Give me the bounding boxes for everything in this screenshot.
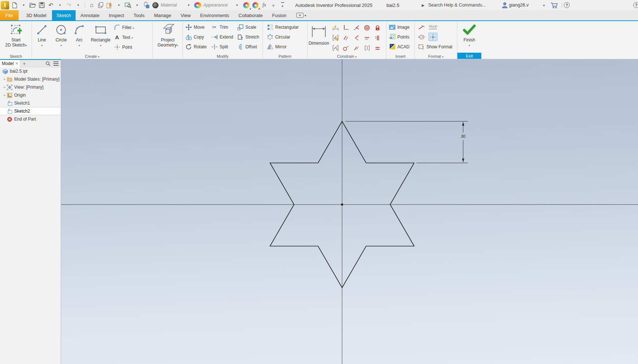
- parallel-constraint-icon[interactable]: [341, 33, 351, 43]
- rectangle-caret[interactable]: [100, 43, 101, 48]
- material-combo-caret[interactable]: [185, 1, 192, 9]
- adjust-appearance-icon[interactable]: +: [242, 1, 250, 9]
- tab-inspect[interactable]: Inspect: [104, 10, 129, 20]
- collinear-constraint-icon[interactable]: [351, 43, 362, 53]
- user-name[interactable]: giang26.v: [509, 0, 529, 10]
- center-point-icon[interactable]: [429, 33, 437, 41]
- insert-image-button[interactable]: Image: [389, 22, 414, 32]
- tab-manage[interactable]: Manage: [149, 10, 176, 20]
- clock-help-icon[interactable]: ?: [633, 0, 638, 10]
- tree-item-part-root[interactable]: bai2.5.ipt: [0, 67, 61, 75]
- panel-label-format[interactable]: Format: [415, 54, 457, 58]
- expand-plus-icon[interactable]: +: [2, 85, 7, 89]
- arc-caret[interactable]: [79, 43, 80, 48]
- panel-label-constrain[interactable]: Constrain: [308, 54, 386, 58]
- circle-caret[interactable]: [60, 43, 62, 48]
- parameters-fx-icon[interactable]: fx: [261, 1, 268, 9]
- copy-icon[interactable]: [97, 1, 104, 9]
- extend-button[interactable]: Extend: [211, 32, 237, 42]
- clear-appearance-icon[interactable]: ×: [252, 1, 259, 9]
- material-ball-icon[interactable]: [152, 1, 159, 9]
- fillet-button[interactable]: Fillet: [113, 23, 134, 32]
- point-button[interactable]: Point: [113, 42, 134, 52]
- add-browser-tab-icon[interactable]: +: [20, 61, 28, 66]
- rectangle-button[interactable]: Rectangle: [88, 21, 113, 52]
- new-file-dropdown-caret[interactable]: [20, 1, 27, 9]
- smooth-constraint-icon[interactable]: [341, 43, 351, 53]
- finish-caret[interactable]: [469, 43, 470, 48]
- trim-button[interactable]: ✂ Trim: [211, 22, 237, 32]
- tangent-constraint-icon[interactable]: [351, 33, 362, 43]
- tab-sketch[interactable]: Sketch: [52, 10, 76, 20]
- undo-icon[interactable]: ↶: [47, 1, 55, 9]
- panel-label-create[interactable]: Create: [32, 54, 152, 58]
- home-view-icon[interactable]: ⌂: [88, 1, 95, 9]
- open-file-icon[interactable]: [29, 1, 36, 9]
- coincident-constraint-icon[interactable]: [351, 23, 362, 33]
- tab-file[interactable]: File: [0, 10, 19, 20]
- material-combo[interactable]: Material: [161, 3, 183, 8]
- undo-dropdown-caret[interactable]: [56, 1, 64, 9]
- finish-sketch-button[interactable]: Finish: [457, 21, 481, 48]
- add-qat-button-icon[interactable]: +: [270, 1, 277, 9]
- equal-constraint-icon[interactable]: [372, 43, 383, 53]
- mirror-button[interactable]: Mirror: [266, 42, 307, 52]
- auto-dimension-icon[interactable]: [330, 23, 341, 33]
- stretch-button[interactable]: Stretch: [237, 32, 262, 42]
- dimension-value[interactable]: 30: [461, 134, 465, 138]
- tree-item-end-of-part[interactable]: End of Part: [0, 115, 61, 123]
- expand-plus-icon[interactable]: +: [2, 77, 7, 81]
- tab-fusion[interactable]: Fusion: [268, 10, 291, 20]
- measure-window-icon[interactable]: [124, 1, 132, 9]
- concentric-constraint-icon[interactable]: [362, 23, 372, 33]
- construction-line-icon[interactable]: [418, 23, 426, 31]
- move-button[interactable]: Move: [185, 22, 211, 32]
- constraint-inference-icon[interactable]: [330, 33, 341, 43]
- start-2d-sketch-button[interactable]: Start 2D Sketch: [0, 21, 32, 48]
- import-points-button[interactable]: Points: [389, 32, 414, 42]
- text-caret[interactable]: [131, 35, 133, 40]
- tree-item-sketch2[interactable]: Sketch2: [0, 107, 61, 115]
- circular-pattern-button[interactable]: Circular: [266, 32, 307, 42]
- inventor-logo-icon[interactable]: I: [1, 1, 9, 9]
- panel-label-exit[interactable]: Exit: [457, 53, 481, 59]
- arc-button[interactable]: Arc: [71, 21, 88, 52]
- app-store-cart-icon[interactable]: [550, 0, 558, 10]
- fix-constraint-icon[interactable]: [372, 23, 383, 33]
- new-file-icon[interactable]: [11, 1, 18, 9]
- scale-button[interactable]: Scale: [237, 22, 262, 32]
- rectangular-pattern-button[interactable]: Rectangular: [266, 22, 307, 32]
- dimension-30[interactable]: [345, 121, 468, 163]
- browser-menu-icon[interactable]: [52, 61, 61, 66]
- search-input[interactable]: [428, 3, 493, 8]
- component-update-icon[interactable]: [143, 1, 150, 9]
- offset-button[interactable]: Offset: [237, 42, 262, 52]
- driven-dimension-icon[interactable]: H(x)H: [429, 23, 437, 31]
- line-caret[interactable]: [41, 43, 43, 48]
- line-button[interactable]: Line: [32, 21, 52, 52]
- ribbon-display-options[interactable]: [296, 10, 306, 20]
- search-icon[interactable]: [44, 61, 52, 66]
- tab-annotate[interactable]: Annotate: [76, 10, 104, 20]
- expand-plus-icon[interactable]: +: [2, 93, 7, 97]
- appearance-combo-caret[interactable]: [233, 1, 241, 9]
- tab-tools[interactable]: Tools: [129, 10, 149, 20]
- show-constraints-icon[interactable]: [330, 43, 341, 53]
- save-icon[interactable]: [38, 1, 45, 9]
- tree-item-sketch1[interactable]: Sketch1: [0, 99, 61, 107]
- origin-point[interactable]: [341, 204, 343, 206]
- import-acad-button[interactable]: ACAD: [389, 42, 414, 52]
- centerline-icon[interactable]: [418, 33, 426, 41]
- tab-environments[interactable]: Environments: [196, 10, 234, 20]
- start-sketch-caret[interactable]: [25, 43, 27, 48]
- rotate-button[interactable]: Rotate: [185, 42, 211, 52]
- copy-button[interactable]: Copy: [185, 32, 211, 42]
- browser-tab-model[interactable]: Model ×: [0, 60, 20, 67]
- perpendicular-constraint-icon[interactable]: [341, 23, 351, 33]
- symmetric-constraint-icon[interactable]: [362, 43, 372, 53]
- fillet-caret[interactable]: [133, 25, 134, 30]
- close-icon[interactable]: ×: [16, 61, 18, 66]
- color-wheel-icon[interactable]: [194, 2, 201, 8]
- tab-view[interactable]: View: [176, 10, 196, 20]
- vertical-constraint-icon[interactable]: [372, 33, 383, 43]
